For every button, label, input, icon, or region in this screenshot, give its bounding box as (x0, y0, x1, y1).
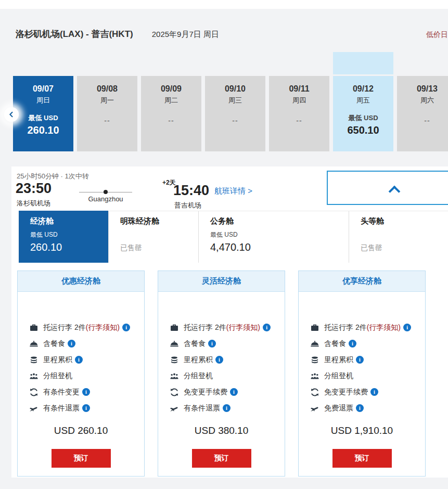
sold-out-label: 已售罄 (361, 243, 448, 253)
info-icon[interactable] (223, 404, 231, 412)
fare-card-title: 灵活经济舱 (158, 271, 285, 292)
baggage-notice-link[interactable]: (行李须知) (86, 323, 120, 332)
weekday-label: 周三 (205, 96, 265, 105)
info-icon[interactable] (82, 404, 90, 412)
info-icon[interactable] (68, 340, 75, 348)
info-icon[interactable] (82, 388, 90, 396)
feature-meal: 含餐食 (29, 336, 144, 352)
fare-card-title: 优惠经济舱 (18, 271, 144, 292)
results-header: 洛杉矶机场(LAX) - 普吉(HKT)2025年9月7日 周日 低价日 (16, 28, 448, 43)
feature-label: 分组登机 (324, 371, 353, 381)
stopover-city: Guangzhou (79, 195, 132, 203)
date-card-0909[interactable]: 09/09 周二 -- (141, 76, 201, 151)
collapse-fares-button[interactable] (327, 171, 448, 205)
feature-miles: 里程累积 (29, 352, 144, 368)
info-icon[interactable] (263, 324, 271, 331)
tab-economy[interactable]: 经济舱 最低 USD 260.10 (19, 211, 108, 263)
date-card-0913[interactable]: 09/13 周六 -- (397, 76, 448, 151)
lowest-price-value: 260.10 (13, 124, 73, 136)
no-price-dash: -- (397, 117, 448, 125)
date-card-0910[interactable]: 09/10 周三 -- (205, 76, 265, 151)
feature-refund: 有条件退票 (170, 400, 285, 416)
low-price-calendar-link[interactable]: 低价日 (426, 30, 448, 40)
info-icon[interactable] (75, 356, 83, 364)
feature-label: 有条件退票 (43, 404, 80, 413)
fare-card-discount-economy: 优惠经济舱 托运行李 2件 (行李须知) 含餐食 里程累积 (17, 271, 145, 477)
flight-details-link[interactable]: 航班详情 > (214, 186, 252, 196)
weekday-label: 周二 (141, 96, 201, 105)
info-icon[interactable] (370, 388, 378, 396)
lowest-price-label: 最低 USD (13, 113, 73, 123)
feature-label: 里程累积 (43, 355, 72, 365)
date-card-0912[interactable]: 09/12 周五 最低 USD 650.10 (333, 76, 393, 151)
tab-business[interactable]: 公务舱 最低 USD 4,470.10 (198, 211, 349, 263)
boarding-icon (170, 371, 179, 381)
departure-airport: 洛杉矶机场 (17, 199, 50, 208)
book-button[interactable]: 预订 (192, 449, 251, 468)
flight-results-page: 洛杉矶机场(LAX) - 普吉(HKT)2025年9月7日 周日 低价日 09/… (0, 0, 448, 489)
feature-label: 含餐食 (43, 339, 65, 349)
feature-label: 托运行李 2件 (184, 323, 226, 332)
info-icon[interactable] (356, 356, 364, 364)
feature-meal: 含餐食 (310, 336, 425, 352)
flight-duration: 25小时50分钟 · 1次中转 (17, 172, 89, 181)
fare-price: USD 1,910.10 (299, 425, 425, 436)
info-icon[interactable] (403, 324, 411, 331)
info-icon[interactable] (215, 356, 223, 364)
lowest-price-value: 650.10 (333, 124, 393, 136)
date-carousel: 09/07 周日 最低 USD 260.10 09/08 周一 -- 09/09… (13, 76, 448, 152)
info-icon[interactable] (230, 388, 238, 396)
chevron-up-icon (389, 186, 401, 198)
fare-cards: 优惠经济舱 托运行李 2件 (行李须知) 含餐食 里程累积 (17, 271, 426, 477)
baggage-notice-link[interactable]: (行李须知) (226, 323, 260, 332)
cabin-name: 经济舱 (30, 216, 108, 226)
stopover-dot (104, 190, 108, 194)
meal-icon (29, 339, 39, 349)
cabin-class-tabs: 经济舱 最低 USD 260.10 明珠经济舱 已售罄 公务舱 最低 USD 4… (19, 211, 448, 263)
date-card-0908[interactable]: 09/08 周一 -- (77, 76, 137, 151)
feature-miles: 里程累积 (170, 352, 285, 368)
date-card-hover-highlight (333, 52, 393, 74)
cabin-price-label: 最低 USD (210, 230, 349, 239)
cabin-price-label: 最低 USD (30, 230, 108, 239)
date-label: 09/12 (333, 84, 393, 94)
feature-label: 含餐食 (184, 339, 206, 349)
route-title: 洛杉矶机场(LAX) - 普吉(HKT) (16, 29, 133, 39)
carousel-prev-button[interactable] (4, 107, 19, 122)
baggage-notice-link[interactable]: (行李须知) (367, 323, 401, 332)
feature-boarding: 分组登机 (29, 368, 144, 384)
fare-features: 托运行李 2件 (行李须知) 含餐食 里程累积 分组登机 (299, 292, 425, 416)
book-button[interactable]: 预订 (52, 449, 111, 468)
date-label: 09/09 (141, 84, 201, 94)
book-button[interactable]: 预订 (332, 449, 392, 468)
feature-label: 免变更手续费 (324, 388, 368, 397)
date-card-0907[interactable]: 09/07 周日 最低 USD 260.10 (13, 76, 73, 151)
tab-first[interactable]: 头等舱 已售罄 (349, 211, 448, 263)
cabin-price: 4,470.10 (210, 241, 349, 253)
info-icon[interactable] (349, 340, 356, 348)
fare-card-premium-economy-fare: 优享经济舱 托运行李 2件 (行李须知) 含餐食 里程累积 (298, 271, 426, 477)
fare-features: 托运行李 2件 (行李须知) 含餐食 里程累积 分组登机 (18, 292, 144, 416)
feature-refund: 免费退票 (310, 400, 425, 416)
info-icon[interactable] (122, 324, 130, 331)
feature-boarding: 分组登机 (170, 368, 285, 384)
date-card-0911[interactable]: 09/11 周四 -- (269, 76, 329, 151)
info-icon[interactable] (208, 340, 216, 348)
date-label: 09/08 (77, 84, 137, 94)
info-icon[interactable] (356, 404, 364, 412)
feature-label: 分组登机 (43, 371, 72, 381)
refund-icon (310, 404, 319, 413)
tab-premium-economy[interactable]: 明珠经济舱 已售罄 (108, 211, 198, 263)
weekday-label: 周四 (269, 96, 329, 105)
chevron-left-icon (8, 111, 15, 118)
refund-icon (29, 404, 39, 413)
feature-label: 有条件退票 (184, 404, 220, 413)
change-icon (29, 388, 39, 397)
baggage-icon (170, 323, 179, 332)
header-date: 2025年9月7日 周日 (152, 30, 219, 38)
baggage-icon (29, 323, 39, 332)
boarding-icon (29, 371, 39, 381)
date-label: 09/10 (205, 84, 265, 94)
lowest-price-label: 最低 USD (333, 113, 393, 123)
cabin-name: 公务舱 (210, 216, 349, 226)
